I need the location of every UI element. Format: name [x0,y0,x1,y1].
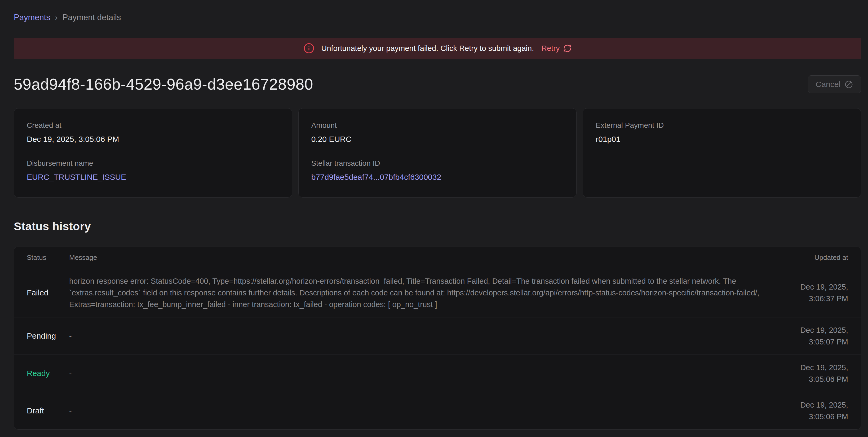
updated-at-cell: Dec 19, 2025, 3:05:06 PM [774,362,848,385]
breadcrumb-link-payments[interactable]: Payments [14,13,50,22]
cancel-button[interactable]: Cancel [808,75,861,93]
status-cell: Pending [27,331,69,341]
field-label: Created at [27,121,279,130]
disbursement-link[interactable]: EURC_TRUSTLINE_ISSUE [27,173,279,182]
chevron-right-icon: › [55,13,58,22]
page-title: 59ad94f8-166b-4529-96a9-d3ee16728980 [14,75,313,93]
status-cell: Failed [27,288,69,297]
breadcrumb-current: Payment details [63,13,121,22]
table-row-draft: Draft - Dec 19, 2025, 3:05:06 PM [14,392,861,429]
retry-label: Retry [541,44,560,53]
field-value: 0.20 EURC [311,135,564,144]
retry-refresh-icon [563,44,572,53]
table-row-ready: Ready - Dec 19, 2025, 3:05:06 PM [14,354,861,392]
field-label: External Payment ID [596,121,848,130]
message-cell: - [69,330,774,342]
column-header-message: Message [69,254,774,262]
error-banner: Unfortunately your payment failed. Click… [14,38,861,59]
field-stellar-transaction-id: Stellar transaction ID b77d9fae5deaf74..… [311,159,564,182]
breadcrumb: Payments › Payment details [14,13,861,22]
status-history-table: Status Message Updated at Failed horizon… [14,246,861,430]
stellar-transaction-link[interactable]: b77d9fae5deaf74...07bfb4cf6300032 [311,173,564,182]
field-disbursement-name: Disbursement name EURC_TRUSTLINE_ISSUE [27,159,279,182]
field-value: r01p01 [596,135,848,144]
retry-button[interactable]: Retry [541,44,571,53]
status-cell: Draft [27,406,69,415]
table-header-row: Status Message Updated at [14,247,861,268]
message-cell: - [69,405,774,416]
table-row-pending: Pending - Dec 19, 2025, 3:05:07 PM [14,317,861,354]
message-cell: - [69,368,774,379]
summary-card-created: Created at Dec 19, 2025, 3:05:06 PM Disb… [14,108,292,198]
error-info-icon [303,43,314,54]
field-label: Stellar transaction ID [311,159,564,168]
section-title-status-history: Status history [14,220,861,233]
summary-card-amount: Amount 0.20 EURC Stellar transaction ID … [298,108,577,198]
title-row: 59ad94f8-166b-4529-96a9-d3ee16728980 Can… [14,75,861,93]
message-cell: horizon response error: StatusCode=400, … [69,275,774,310]
field-external-payment-id: External Payment ID r01p01 [596,121,848,144]
payment-details-page: Payments › Payment details Unfortunately… [0,13,868,437]
field-label: Disbursement name [27,159,279,168]
column-header-status: Status [27,254,69,262]
field-label: Amount [311,121,564,130]
cancel-button-label: Cancel [816,80,840,89]
ban-icon [844,80,853,89]
updated-at-cell: Dec 19, 2025, 3:06:37 PM [774,281,848,304]
field-value: Dec 19, 2025, 3:05:06 PM [27,135,279,144]
summary-card-external-id: External Payment ID r01p01 [583,108,861,198]
field-amount: Amount 0.20 EURC [311,121,564,144]
updated-at-cell: Dec 19, 2025, 3:05:07 PM [774,324,848,348]
updated-at-cell: Dec 19, 2025, 3:05:06 PM [774,399,848,423]
column-header-updated-at: Updated at [774,254,848,262]
status-cell: Ready [27,369,69,378]
field-created-at: Created at Dec 19, 2025, 3:05:06 PM [27,121,279,144]
error-banner-message: Unfortunately your payment failed. Click… [321,44,534,53]
summary-cards: Created at Dec 19, 2025, 3:05:06 PM Disb… [14,108,861,198]
table-row-failed: Failed horizon response error: StatusCod… [14,268,861,317]
